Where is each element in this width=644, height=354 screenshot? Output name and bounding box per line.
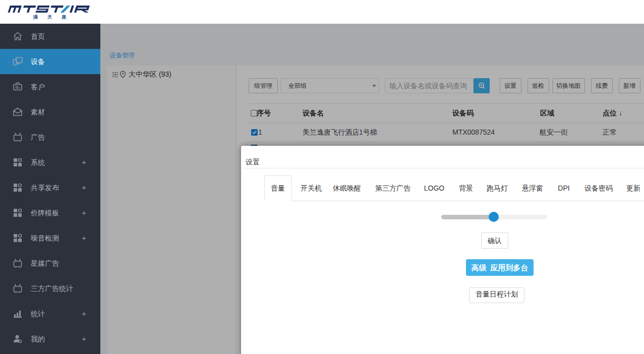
svg-text:满天星: 满天星 [33,14,76,20]
